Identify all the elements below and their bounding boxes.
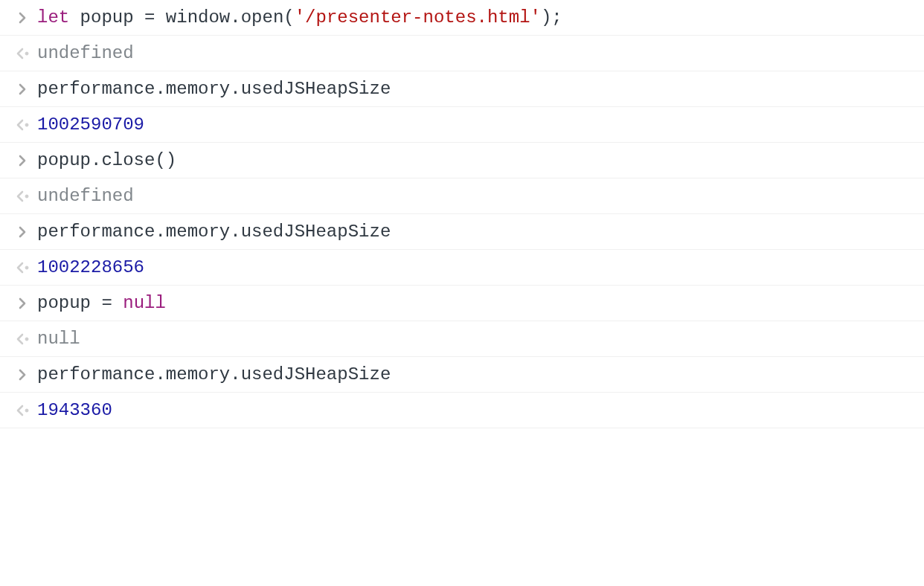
console-output-row: 1002590709 (0, 107, 924, 143)
code-token: window (166, 7, 230, 28)
code-token: 1002228656 (37, 257, 144, 277)
code-token: ( (283, 7, 294, 28)
code-token: undefined (37, 186, 134, 206)
console-output-value: 1002228656 (37, 257, 911, 277)
console-input-row: performance.memory.usedJSHeapSize (0, 214, 924, 250)
console-input-code: popup.close() (37, 150, 911, 170)
code-token: performance.memory.usedJSHeapSize (37, 364, 391, 384)
code-token: let (37, 7, 80, 28)
svg-point-1 (25, 123, 28, 126)
devtools-console[interactable]: let popup = window.open('/presenter-note… (0, 0, 924, 428)
code-token: performance.memory.usedJSHeapSize (37, 222, 391, 242)
console-input-code: performance.memory.usedJSHeapSize (37, 222, 911, 242)
console-output-row: 1943360 (0, 393, 924, 428)
code-token: ); (541, 7, 562, 28)
console-input-row: let popup = window.open('/presenter-note… (0, 0, 924, 36)
console-output-row: 1002228656 (0, 250, 924, 286)
svg-point-0 (25, 52, 28, 55)
console-output-value: undefined (37, 186, 911, 206)
code-token: null (123, 293, 166, 313)
code-token: performance.memory.usedJSHeapSize (37, 79, 391, 99)
console-input-row: popup.close() (0, 143, 924, 178)
console-input-row: performance.memory.usedJSHeapSize (0, 71, 924, 107)
output-result-icon (7, 46, 37, 61)
console-input-row: popup = null (0, 286, 924, 321)
code-token: 1002590709 (37, 115, 144, 135)
svg-point-5 (25, 409, 28, 412)
output-result-icon (7, 332, 37, 347)
svg-point-4 (25, 338, 28, 341)
code-token: . (230, 7, 240, 28)
console-output-value: 1002590709 (37, 115, 911, 135)
input-prompt-icon (7, 225, 37, 239)
console-input-code: performance.memory.usedJSHeapSize (37, 79, 911, 99)
console-input-row: performance.memory.usedJSHeapSize (0, 357, 924, 393)
console-output-row: undefined (0, 36, 924, 71)
code-token: open (241, 7, 284, 28)
code-token: 1943360 (37, 400, 112, 420)
code-token: = (91, 293, 123, 313)
svg-point-3 (25, 266, 28, 269)
code-token: popup.close() (37, 150, 176, 170)
console-output-value: undefined (37, 43, 911, 63)
code-token: undefined (37, 43, 134, 63)
code-token: popup (37, 293, 91, 313)
console-output-row: undefined (0, 178, 924, 214)
console-output-value: 1943360 (37, 400, 911, 420)
input-prompt-icon (7, 296, 37, 311)
code-token: null (37, 329, 80, 349)
input-prompt-icon (7, 10, 37, 25)
console-input-code: performance.memory.usedJSHeapSize (37, 364, 911, 384)
console-output-value: null (37, 329, 911, 349)
input-prompt-icon (7, 153, 37, 168)
output-result-icon (7, 403, 37, 418)
svg-point-2 (25, 195, 28, 198)
code-token: popup (80, 7, 134, 28)
input-prompt-icon (7, 82, 37, 97)
output-result-icon (7, 117, 37, 132)
code-token: = (134, 7, 166, 28)
console-input-code: let popup = window.open('/presenter-note… (37, 7, 911, 28)
console-output-row: null (0, 321, 924, 357)
console-input-code: popup = null (37, 293, 911, 313)
output-result-icon (7, 189, 37, 204)
output-result-icon (7, 260, 37, 275)
input-prompt-icon (7, 367, 37, 382)
code-token: '/presenter-notes.html' (295, 7, 541, 28)
